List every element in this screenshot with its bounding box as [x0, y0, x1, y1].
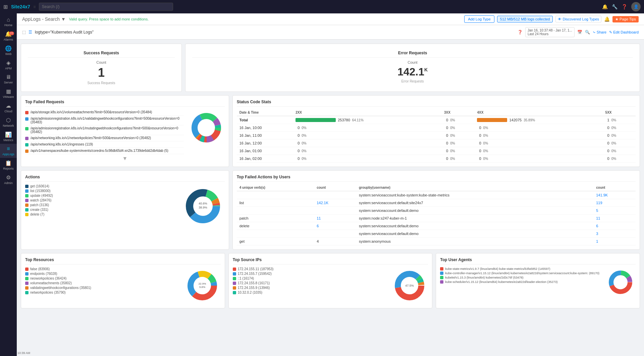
table-row: list 142.1K system:serviceaccount:defaul…: [237, 199, 636, 207]
add-log-type-button[interactable]: Add Log Type: [464, 15, 494, 23]
top-failed-requests-title: Top Failed Requests: [25, 100, 225, 107]
col-datetime: Date & Time: [237, 109, 293, 116]
user-agents-donut: [605, 267, 636, 297]
table-row: system:serviceaccount:default:demo 5: [237, 207, 636, 215]
sidebar-label-apm: APM: [5, 67, 12, 70]
legend-item-2: update (49492): [25, 194, 177, 197]
table-row: system:serviceaccount:default:demo 3: [237, 230, 636, 238]
sidebar-label-vmware: VMware: [3, 95, 14, 99]
sidebar-label-applogs: AppLogs: [2, 153, 14, 156]
col-verb: 4 unique verb(s): [237, 184, 314, 191]
sidebar-item-home[interactable]: ⌂ Home: [0, 15, 17, 29]
legend-item-0: get (160614): [25, 184, 177, 188]
success-sub-label: Success Requests: [28, 81, 175, 85]
sidebar-label-server: Server: [4, 81, 13, 84]
top-failed-requests-card: Top Failed Requests /apis/storage.k8s.io…: [21, 95, 229, 167]
table-row: 16 Jan, 10:00 0 0% 0 0% 0 0: [237, 124, 636, 132]
svg-text:38.9%: 38.9%: [199, 206, 207, 209]
table-row: 16 Jan, 11:00 0 0% 0 0% 0 0: [237, 132, 636, 139]
alarms-badge: 77: [9, 32, 14, 35]
failed-requests-legend: /apis/storage.k8s.io/v1/volumeattachment…: [25, 109, 184, 154]
col-2xx: 2XX: [293, 109, 441, 116]
error-sub-label: Error Requests: [192, 79, 633, 83]
resources-donut: 22.9% 9.8%: [184, 267, 221, 304]
scroll-indicator[interactable]: ▼: [25, 156, 225, 162]
admin-icon: ⚙: [6, 174, 11, 181]
vmware-icon: ▦: [6, 88, 11, 95]
user-avatar[interactable]: 👤: [631, 2, 641, 11]
sidebar-item-apm[interactable]: ◈ APM: [0, 58, 17, 72]
time-indicator: 10:39 AM: [17, 351, 30, 355]
edit-dashboard-button[interactable]: ✎ Edit Dashboard: [609, 30, 639, 35]
top-failed-actions-title: Top Failed Actions by Users: [237, 175, 636, 182]
col-groupby: groupby(username): [356, 184, 593, 191]
failed-requests-donut: [188, 109, 225, 146]
sidebar-item-metrics[interactable]: 📊 Metrics: [0, 129, 17, 144]
global-search-input[interactable]: [39, 3, 173, 11]
top-source-ips-title: Top Source IPs: [233, 257, 428, 264]
filter-toggle[interactable]: ☰: [29, 30, 32, 35]
tips-page-button[interactable]: ★ Page Tips: [612, 16, 639, 22]
req-item-2: /apis/admissionregistration.k8s.io/v1/mu…: [25, 125, 184, 135]
sidebar-item-vmware[interactable]: ▦ VMware: [0, 86, 17, 101]
sidebar-item-cloud[interactable]: ☁ Cloud: [0, 101, 17, 115]
sidebar-item-admin[interactable]: ⚙ Admin: [0, 172, 17, 187]
sidebar-item-server[interactable]: 🖥 Server: [0, 72, 17, 86]
share-button[interactable]: ⤷ Share: [593, 30, 606, 35]
source-ips-donut: 47.5%: [391, 267, 428, 304]
grid-icon[interactable]: ⊞: [3, 4, 8, 10]
sidebar-label-admin: Admin: [4, 181, 13, 185]
apm-icon: ◈: [6, 60, 10, 66]
share-icon: ⤷: [593, 30, 596, 35]
calendar-icon[interactable]: 📅: [577, 30, 582, 35]
page-title: AppLogs - Search ▼: [22, 16, 66, 22]
status-code-stats-card: Status Code Stats Date & Time 2XX 3XX 4X…: [232, 95, 640, 167]
help-filter-icon[interactable]: ❓: [518, 30, 523, 35]
legend-item-5: create (331): [25, 208, 177, 212]
dashboard: Success Requests Count 1 Success Request…: [17, 40, 644, 312]
sidebar-label-network: Network: [3, 124, 14, 127]
search-btn[interactable]: 🔍: [585, 30, 590, 35]
sidebar-item-reports[interactable]: 📋 Reports: [0, 158, 17, 172]
failed-actions-table-wrap[interactable]: 4 unique verb(s) count groupby(username)…: [237, 184, 636, 245]
success-requests-title: Success Requests: [28, 51, 175, 58]
table-row: system:serviceaccount:kube-system:kube-s…: [237, 191, 636, 199]
legend-item-1: list (1538000): [25, 189, 177, 193]
nav-icons: 🔔 🔧 ❓ 👤: [602, 2, 641, 11]
status-code-table-wrap[interactable]: Date & Time 2XX 3XX 4XX 5XX Total 25378: [237, 109, 636, 163]
sidebar-item-applogs[interactable]: ≡ AppLogs: [0, 144, 17, 158]
svg-text:47.5%: 47.5%: [406, 284, 414, 287]
legend-item-3: watch (28476): [25, 198, 177, 202]
grid-dots-icon: ⁞⁞: [34, 5, 36, 9]
bell-icon-header[interactable]: 🔔: [604, 16, 610, 22]
sidebar-label-cloud: Cloud: [4, 110, 12, 113]
tools-icon[interactable]: 🔧: [612, 4, 618, 9]
cloud-icon: ☁: [6, 103, 11, 109]
storage-info-badge[interactable]: 512 MB/512 MB logs collected: [497, 16, 553, 22]
col-3xx: 3XX: [441, 109, 474, 116]
top-source-ips-card: Top Source IPs 172.24.155.11 (187953) 17…: [228, 253, 433, 308]
col-5xx: 5XX: [603, 109, 636, 116]
edit-icon: ✎: [609, 30, 612, 35]
web-icon: 🌐: [5, 45, 12, 52]
table-row: Total 253780 64.11% 0 0% 142075: [237, 116, 636, 124]
discovered-log-types-button[interactable]: 👁 Discovered Log Types: [555, 16, 601, 22]
req-item-1: /apis/admissionregistration.k8s.io/v1/va…: [25, 116, 184, 125]
date-range-picker[interactable]: Jan 16, 10:37:48 - Jan 17, 1... Last 24 …: [525, 27, 575, 37]
filter-bar: ⬚ ☰ logtype="Kubernetes Audit Logs" ❓ Ja…: [17, 25, 644, 40]
notification-icon[interactable]: 🔔: [602, 4, 608, 9]
sidebar-label-web: Web: [5, 52, 11, 56]
help-icon[interactable]: ❓: [622, 4, 627, 9]
filter-icon: ⬚: [22, 30, 26, 35]
sidebar-label-alarms: Alarms: [4, 38, 13, 41]
failed-requests-content: /apis/storage.k8s.io/v1/volumeattachment…: [25, 109, 225, 154]
table-row: delete 6 system:serviceaccount:default:d…: [237, 222, 636, 230]
sidebar-item-network[interactable]: ⬡ Network: [0, 115, 17, 129]
table-row: get 4 system:anonymous 1: [237, 238, 636, 245]
top-user-agents-title: Top User Agents: [440, 257, 636, 264]
sidebar-item-alarms[interactable]: 🔔 Alarms 77: [0, 29, 17, 43]
error-requests-title: Error Requests: [192, 51, 633, 58]
svg-text:22.9%: 22.9%: [198, 282, 206, 285]
sidebar-label-reports: Reports: [3, 167, 14, 170]
sidebar-item-web[interactable]: 🌐 Web: [0, 43, 17, 58]
